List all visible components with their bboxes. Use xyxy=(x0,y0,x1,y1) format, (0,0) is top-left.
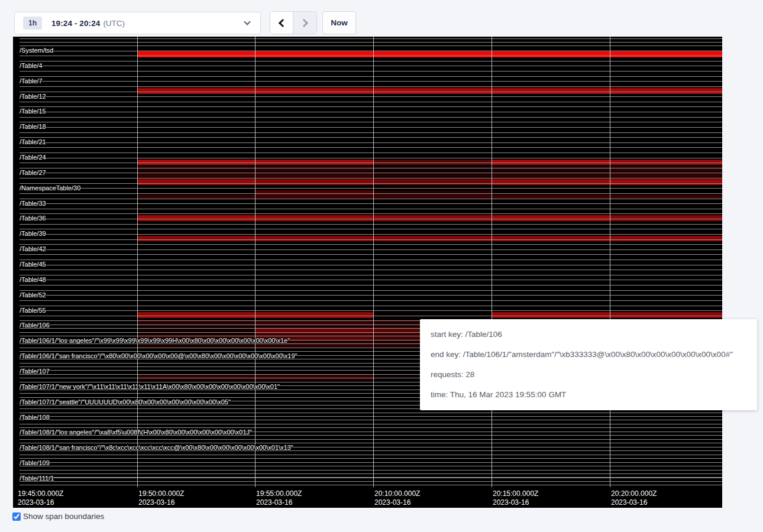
span-boundary-line xyxy=(20,310,722,311)
row-label: /Table/33 xyxy=(20,200,46,207)
span-boundary-line xyxy=(20,420,722,420)
heatmap-tooltip: start key: /Table/106end key: /Table/106… xyxy=(420,319,757,410)
row-label: /Table/108/1/"los angeles"/"\xa8\xf5\u00… xyxy=(20,429,252,436)
row-label: /Table/42 xyxy=(20,245,46,252)
next-range-button-disabled[interactable] xyxy=(293,12,316,34)
row-label: /Table/107/1/"new york"/"\x11\x11\x11\x1… xyxy=(20,383,280,390)
span-boundary-line xyxy=(20,168,722,168)
span-boundaries-checkbox[interactable] xyxy=(12,512,21,521)
heat-band xyxy=(492,215,610,221)
heat-band xyxy=(137,179,255,185)
row-label: /Table/55 xyxy=(20,307,46,314)
heat-band xyxy=(610,179,722,185)
span-boundary-line xyxy=(20,439,722,440)
span-boundary-line xyxy=(20,51,722,51)
span-boundary-line xyxy=(20,163,722,163)
heat-band xyxy=(492,179,610,185)
span-boundary-line xyxy=(20,224,722,225)
span-boundaries-label[interactable]: Show span boundaries xyxy=(23,512,104,521)
time-gridline xyxy=(137,37,138,487)
span-boundary-line xyxy=(20,56,722,56)
axis-tick-time: 19:45:00.000Z xyxy=(18,489,63,498)
axis-tick-date: 2023-03-16 xyxy=(138,498,184,507)
span-boundary-line xyxy=(20,254,722,255)
axis-tick: 19:50:00.000Z2023-03-16 xyxy=(138,489,184,507)
heat-band xyxy=(610,190,722,195)
span-boundary-line xyxy=(20,265,722,265)
span-boundary-line xyxy=(20,81,722,82)
heat-band xyxy=(255,166,373,171)
key-visualizer-heatmap[interactable]: /System/tsd/Table/4/Table/7/Table/12/Tab… xyxy=(13,37,722,508)
tooltip-line: start key: /Table/106 xyxy=(431,325,746,345)
heat-band xyxy=(255,236,373,241)
span-boundary-line xyxy=(20,158,722,158)
tooltip-line: end key: /Table/106/1/"amsterdam"/"\xb33… xyxy=(431,345,746,365)
heat-band xyxy=(137,173,255,178)
span-boundary-line xyxy=(20,280,722,280)
span-boundary-line xyxy=(20,106,722,107)
row-label: /Table/107 xyxy=(20,368,50,375)
span-boundary-line xyxy=(20,112,722,112)
span-boundary-line xyxy=(20,466,722,466)
time-gridline xyxy=(255,37,256,487)
axis-tick: 20:15:00.000Z2023-03-16 xyxy=(493,489,538,507)
span-boundary-line xyxy=(20,38,722,39)
row-label: /Table/27 xyxy=(20,169,46,176)
span-boundary-line xyxy=(20,270,722,270)
span-boundary-line xyxy=(20,234,722,235)
span-boundary-line xyxy=(20,66,722,66)
now-button[interactable]: Now xyxy=(322,11,356,34)
row-label: /Table/18 xyxy=(20,123,46,130)
span-boundary-line xyxy=(20,178,722,179)
span-boundary-line xyxy=(20,300,722,301)
span-boundary-line xyxy=(20,275,722,275)
span-boundary-line xyxy=(20,244,722,245)
span-boundary-line xyxy=(20,219,722,219)
heat-band xyxy=(610,312,722,318)
heat-band xyxy=(610,166,722,171)
axis-tick: 20:20:00.000Z2023-03-16 xyxy=(611,489,657,507)
span-boundary-line xyxy=(20,183,722,184)
span-boundary-line xyxy=(20,193,722,194)
span-boundary-line xyxy=(20,117,722,118)
span-boundary-line xyxy=(20,147,722,148)
heat-band xyxy=(137,374,255,380)
axis-tick-time: 20:15:00.000Z xyxy=(493,489,538,498)
time-range-selector[interactable]: 1h 19:24 - 20:24 (UTC) xyxy=(14,12,261,34)
span-boundary-line xyxy=(20,416,722,417)
axis-tick-time: 20:20:00.000Z xyxy=(611,489,657,498)
heat-band xyxy=(137,215,255,221)
span-boundary-line xyxy=(20,61,722,61)
row-label: /Table/24 xyxy=(20,154,46,161)
timezone-label: (UTC) xyxy=(103,19,125,28)
span-boundary-line xyxy=(20,127,722,128)
span-boundary-line xyxy=(20,249,722,250)
heat-band xyxy=(373,215,492,221)
heat-band xyxy=(373,312,492,318)
span-boundaries-toggle: Show span boundaries xyxy=(12,512,104,521)
tooltip-line: time: Thu, 16 Mar 2023 19:55:00 GMT xyxy=(431,385,746,405)
heat-band xyxy=(137,190,255,195)
span-boundary-line xyxy=(20,290,722,291)
span-boundary-line xyxy=(20,173,722,173)
span-boundary-line xyxy=(20,213,722,214)
span-boundary-line xyxy=(20,203,722,204)
heat-band xyxy=(137,166,255,171)
time-range-label: 19:24 - 20:24 xyxy=(51,19,100,28)
span-boundary-line xyxy=(20,71,722,72)
span-boundary-line xyxy=(20,142,722,143)
axis-tick-date: 2023-03-16 xyxy=(611,498,657,507)
row-label: /Table/108/1/"san francisco"/"\x8c\xcc\x… xyxy=(20,444,293,451)
span-boundary-line xyxy=(20,229,722,229)
axis-tick-time: 20:10:00.000Z xyxy=(374,489,420,498)
span-boundary-line xyxy=(20,424,722,424)
span-boundary-line xyxy=(20,477,722,478)
span-boundary-line xyxy=(20,316,722,316)
previous-range-button[interactable] xyxy=(270,12,293,34)
span-boundary-line xyxy=(20,455,722,455)
row-label: /Table/106/1/"los angeles"/"\x99\x99\x99… xyxy=(20,337,290,344)
row-label: /Table/106/1/"san francisco"/"\x80\x00\x… xyxy=(20,352,298,359)
span-boundary-line xyxy=(20,295,722,296)
row-label: /Table/48 xyxy=(20,276,46,283)
time-gridline xyxy=(373,37,374,487)
